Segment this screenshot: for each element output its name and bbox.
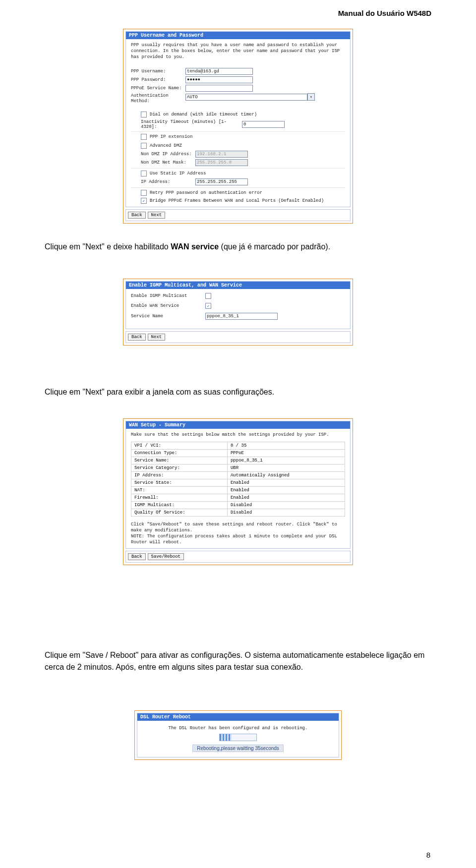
non-dmz-ip-input: 192.168.2.1 (195, 151, 248, 158)
bridge-pppoe-checkbox[interactable]: ✓ (141, 198, 147, 204)
table-row: Service Name:pppoe_8_35_1 (131, 457, 345, 464)
reboot-message: The DSL Router has been configured and i… (142, 726, 334, 731)
instruction-text-1: Clique em "Next" e deixe habilitado WAN … (45, 241, 431, 253)
ppp-password-label: PPP Password: (131, 77, 185, 82)
table-row: Service Category:UBR (131, 464, 345, 472)
ppp-password-input[interactable]: ●●●●● (185, 76, 253, 83)
auth-method-select[interactable]: AUTO (185, 94, 307, 101)
pppoe-service-name-label: PPPoE Service Name: (131, 86, 185, 91)
ppp-ip-extension-checkbox[interactable] (141, 134, 147, 140)
back-button[interactable]: Back (128, 553, 146, 560)
advanced-dmz-checkbox[interactable] (141, 143, 147, 149)
table-row: IGMP Multicast:Disabled (131, 502, 345, 509)
instruction-text-2: Clique em "Next" para exibir a janela co… (45, 386, 431, 398)
use-static-ip-label: Use Static IP Address (150, 171, 206, 176)
auth-method-label: Authentication Method: (131, 93, 185, 104)
ip-address-label: IP Address: (141, 179, 195, 184)
non-dmz-mask-input: 255.255.255.0 (195, 159, 248, 166)
table-row: NAT:Enabled (131, 487, 345, 494)
dial-on-demand-label: Dial on demand (with idle timeout timer) (150, 112, 257, 117)
reboot-progress-label: Rebooting,please waitting 35seconds (192, 745, 284, 752)
table-row: Quality Of Service:Disabled (131, 509, 345, 517)
igmp-wan-panel: Enable IGMP Multicast, and WAN Service E… (123, 279, 353, 346)
igmp-panel-title: Enable IGMP Multicast, and WAN Service (126, 282, 350, 289)
bridge-pppoe-label: Bridge PPPoE Frames Between WAN and Loca… (150, 198, 324, 203)
ip-address-input[interactable] (195, 178, 248, 185)
table-row: Service State:Enabled (131, 479, 345, 487)
summary-note: Click "Save/Reboot" to save these settin… (131, 521, 345, 545)
advanced-dmz-label: Advanced DMZ (150, 143, 182, 148)
service-name-input[interactable] (205, 313, 278, 320)
reboot-panel: DSL Router Reboot The DSL Router has bee… (134, 710, 342, 760)
save-reboot-button[interactable]: Save/Reboot (148, 553, 184, 560)
summary-table: VPI / VCI:8 / 35Connection Type:PPPoESer… (131, 442, 345, 517)
summary-panel-title: WAN Setup - Summary (126, 421, 350, 429)
non-dmz-mask-label: Non DMZ Net Mask: (141, 160, 195, 165)
table-row: Connection Type:PPPoE (131, 450, 345, 457)
use-static-ip-checkbox[interactable] (141, 171, 147, 176)
back-button[interactable]: Back (128, 334, 146, 341)
wan-summary-panel: WAN Setup - Summary Make sure that the s… (123, 418, 353, 565)
pppoe-service-name-input[interactable] (185, 85, 253, 92)
inactivity-timeout-label: Inactivity Timeout (minutes) [1-4320]: (141, 119, 239, 129)
ppp-username-input[interactable] (185, 68, 253, 75)
next-button[interactable]: Next (148, 212, 166, 219)
enable-igmp-label: Enable IGMP Multicast (131, 293, 205, 298)
non-dmz-ip-label: Non DMZ IP Address: (141, 152, 195, 157)
ppp-ip-extension-label: PPP IP extension (150, 134, 192, 139)
enable-wan-label: Enable WAN Service (131, 303, 205, 308)
enable-igmp-checkbox[interactable] (205, 293, 211, 299)
table-row: IP Address:Automatically Assigned (131, 472, 345, 479)
summary-panel-intro: Make sure that the settings below match … (131, 432, 345, 438)
chevron-down-icon[interactable]: ▾ (307, 93, 315, 101)
next-button[interactable]: Next (148, 334, 166, 341)
back-button[interactable]: Back (128, 212, 146, 219)
reboot-panel-title: DSL Router Reboot (137, 713, 339, 721)
instruction-text-3: Clique em "Save / Reboot" para ativar as… (45, 649, 431, 673)
ppp-username-label: PPP Username: (131, 69, 185, 74)
page-header-title: Manual do Usuário W548D (338, 9, 431, 17)
ppp-panel-intro: PPP usually requires that you have a use… (131, 42, 345, 60)
ppp-config-panel: PPP Username and Password PPP usually re… (123, 29, 353, 224)
inactivity-timeout-input[interactable] (242, 121, 285, 128)
dial-on-demand-checkbox[interactable] (141, 112, 147, 117)
retry-ppp-checkbox[interactable] (141, 190, 147, 196)
table-row: Firewall:Enabled (131, 494, 345, 502)
reboot-progressbar (219, 734, 257, 741)
page-number: 8 (426, 851, 430, 859)
ppp-panel-title: PPP Username and Password (126, 32, 350, 39)
table-row: VPI / VCI:8 / 35 (131, 442, 345, 450)
retry-ppp-label: Retry PPP password on authentication err… (150, 190, 262, 195)
enable-wan-checkbox[interactable]: ✓ (205, 303, 211, 309)
service-name-label: Service Name (131, 314, 205, 319)
